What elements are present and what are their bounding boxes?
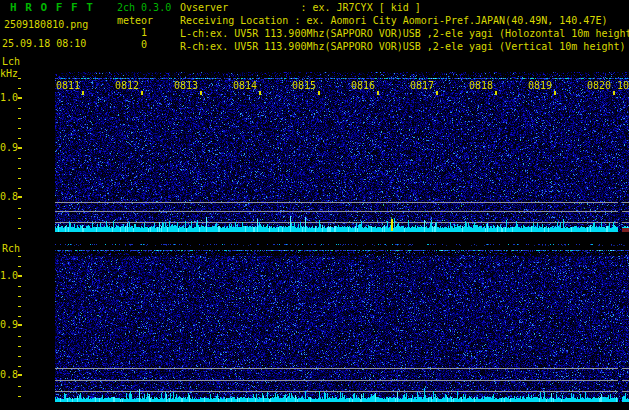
axis-minor-tick (18, 396, 21, 397)
axis-minor-tick (18, 108, 21, 109)
time-tick (554, 91, 556, 95)
time-tick (200, 91, 202, 95)
axis-minor-tick (18, 138, 21, 139)
axis-minor-tick (18, 208, 21, 209)
axis-minor-tick (18, 306, 21, 307)
lch-noise-canvas (55, 72, 629, 248)
axis-minor-tick (18, 316, 21, 317)
axis-minor-tick (18, 386, 21, 387)
info-line-rch-receiver: R-ch:ex. UV5R 113.900Mhz(SAPPORO VOR)USB… (180, 41, 626, 53)
meteor-label: meteor (117, 15, 153, 27)
meteor-count-rch: 0 (117, 39, 147, 51)
meteor-count-lch: 1 (117, 27, 147, 39)
time-label: 0819 (528, 81, 552, 91)
axis-minor-tick (18, 356, 21, 357)
axis-minor-tick (18, 178, 21, 179)
axis-minor-tick (18, 218, 21, 219)
axis-minor-tick (18, 228, 21, 229)
axis-minor-tick (18, 128, 21, 129)
time-tick (259, 91, 261, 95)
time-label-partial: 10 (617, 81, 629, 91)
time-label: 0817 (410, 81, 434, 91)
rch-noise-canvas (55, 249, 629, 402)
axis-minor-tick (18, 88, 21, 89)
axis-major-tick (18, 324, 22, 326)
hrofft-window: H R O F F T 2ch 0.3.0 2509180810.png met… (0, 0, 629, 410)
time-tick (141, 91, 143, 95)
time-tick (436, 91, 438, 95)
axis-major-tick (18, 374, 22, 376)
time-tick (377, 91, 379, 95)
freq-label: 0.8 (0, 191, 20, 202)
freq-label: 1.0 (0, 270, 20, 281)
time-label: 0812 (115, 81, 139, 91)
axis-minor-tick (18, 158, 21, 159)
axis-minor-tick (18, 256, 21, 257)
freq-label: 0.9 (0, 319, 20, 330)
info-line-location: Receiving Location : ex. Aomori City Aom… (180, 15, 607, 27)
axis-major-tick (18, 196, 22, 198)
time-tick (82, 91, 84, 95)
time-label: 0820 (587, 81, 611, 91)
freq-label: 0.8 (0, 369, 20, 380)
axis-major-tick (18, 97, 22, 99)
time-label: 0813 (174, 81, 198, 91)
info-line-lch-receiver: L-ch:ex. UV5R 113.900Mhz(SAPPORO VOR)USB… (180, 28, 629, 40)
time-label: 0815 (292, 81, 316, 91)
axis-major-tick (18, 147, 22, 149)
info-line-observer: Ovserver : ex. JR7CYX [ kid ] (180, 2, 421, 14)
axis-minor-tick (18, 366, 21, 367)
axis-minor-tick (18, 168, 21, 169)
time-label: 0818 (469, 81, 493, 91)
frequency-axis: 1.00.90.81.00.90.8 (0, 0, 55, 410)
axis-minor-tick (18, 78, 21, 79)
axis-minor-tick (18, 336, 21, 337)
freq-label: 1.0 (0, 92, 20, 103)
axis-minor-tick (18, 296, 21, 297)
axis-major-tick (18, 275, 22, 277)
axis-minor-tick (18, 286, 21, 287)
axis-minor-tick (18, 266, 21, 267)
time-tick (495, 91, 497, 95)
version-label: 2ch 0.3.0 (117, 2, 171, 14)
axis-minor-tick (18, 188, 21, 189)
axis-minor-tick (18, 346, 21, 347)
lch-spectrogram: 0811081208130814081508160817081808190820… (55, 72, 629, 248)
time-label: 0814 (233, 81, 257, 91)
rch-spectrogram (55, 249, 629, 402)
freq-label: 0.9 (0, 142, 20, 153)
time-tick (613, 91, 615, 95)
axis-minor-tick (18, 118, 21, 119)
time-label: 0816 (351, 81, 375, 91)
time-tick (318, 91, 320, 95)
time-label: 0811 (56, 81, 80, 91)
